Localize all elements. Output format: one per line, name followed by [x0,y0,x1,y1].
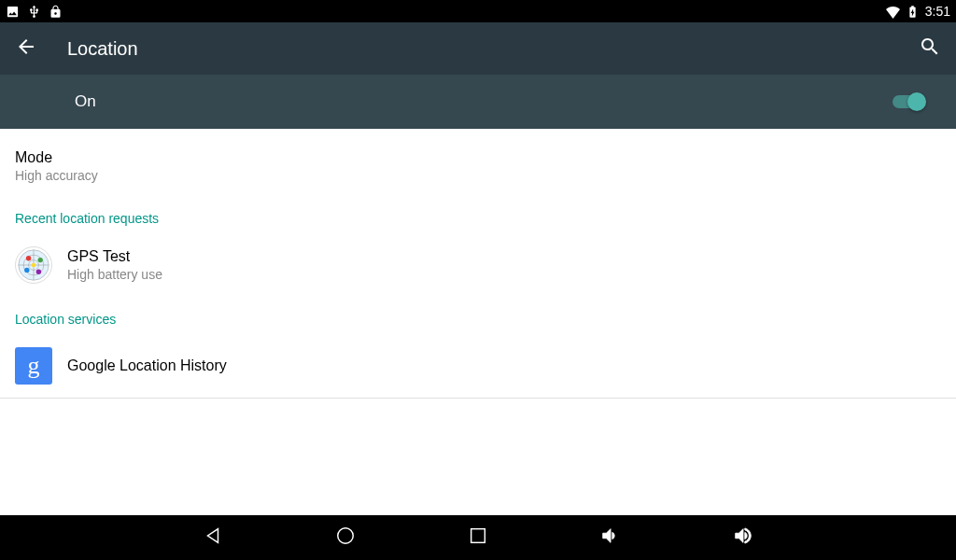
usb-icon [27,5,41,19]
svg-point-5 [26,256,31,260]
google-app-icon: g [15,347,52,385]
section-location-services: Location services [0,297,956,334]
mode-row[interactable]: Mode High accuracy [0,136,956,196]
mode-subtitle: High accuracy [15,168,941,183]
gallery-icon [6,5,20,19]
nav-back-icon[interactable] [203,525,223,550]
service-name: Google Location History [67,357,941,374]
nav-volume-up-icon[interactable] [733,525,753,550]
nav-recents-icon[interactable] [468,525,488,550]
status-time: 3:51 [925,4,950,19]
svg-point-7 [24,268,29,273]
battery-charging-icon [906,5,920,19]
svg-point-6 [38,258,43,262]
gps-test-app-icon [15,246,52,284]
back-icon[interactable] [15,35,37,62]
page-title: Location [67,38,919,60]
svg-point-9 [32,263,36,268]
service-row[interactable]: g Google Location History [0,334,956,398]
svg-point-8 [36,270,41,274]
search-icon[interactable] [919,35,941,62]
recent-app-sub: High battery use [67,267,941,282]
settings-list: Mode High accuracy Recent location reque… [0,129,956,399]
master-toggle-label: On [75,92,891,111]
svg-point-10 [338,528,354,544]
navigation-bar [0,515,956,560]
divider [0,398,956,399]
app-bar: Location [0,22,956,75]
mode-title: Mode [15,149,941,166]
nav-volume-down-icon[interactable] [600,525,621,550]
section-recent-requests: Recent location requests [0,196,956,233]
status-bar: 3:51 [0,0,956,22]
svg-rect-11 [471,529,485,543]
recent-app-name: GPS Test [67,248,941,265]
master-toggle-row[interactable]: On [0,75,956,129]
lock-icon [49,5,63,19]
nav-home-icon[interactable] [335,525,356,550]
recent-app-row[interactable]: GPS Test High battery use [0,233,956,297]
wifi-icon [886,5,900,19]
master-toggle-switch[interactable] [891,92,926,111]
